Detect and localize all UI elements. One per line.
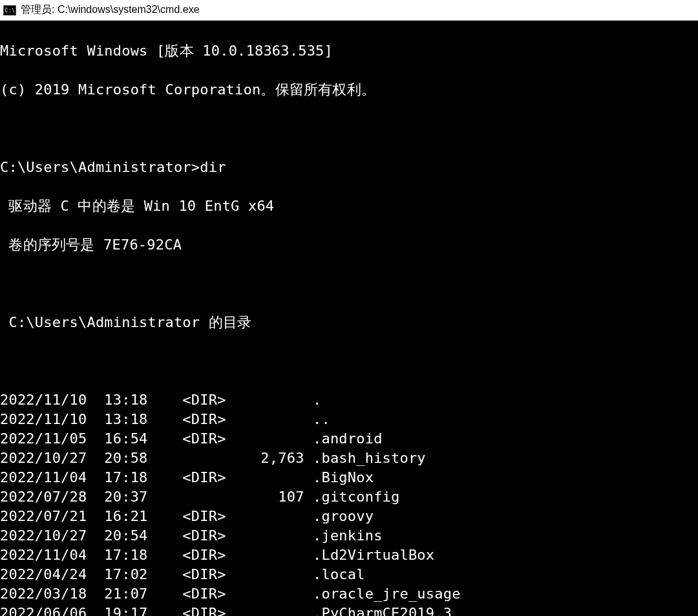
dir-entry: 2022/07/21 16:21 <DIR> .groovy	[0, 507, 698, 526]
window-title: 管理员: C:\windows\system32\cmd.exe	[21, 3, 200, 17]
dir-entry: 2022/10/27 20:54 <DIR> .jenkins	[0, 526, 698, 546]
blank-line	[0, 119, 698, 138]
dir-entry: 2022/10/27 20:58 2,763 .bash_history	[0, 449, 698, 468]
volume-line-1: 驱动器 C 中的卷是 Win 10 EntG x64	[0, 196, 698, 216]
header-line-2: (c) 2019 Microsoft Corporation。保留所有权利。	[0, 80, 698, 100]
volume-line-2: 卷的序列号是 7E76-92CA	[0, 235, 698, 255]
dir-of-line: C:\Users\Administrator 的目录	[0, 313, 698, 332]
dir-entry: 2022/11/10 13:18 <DIR> .	[0, 390, 698, 410]
prompt-command: dir	[200, 159, 226, 175]
blank-line	[0, 352, 698, 371]
dir-entry: 2022/04/24 17:02 <DIR> .local	[0, 565, 698, 584]
dir-entry: 2022/11/04 17:18 <DIR> .Ld2VirtualBox	[0, 546, 698, 565]
dir-entry: 2022/03/18 21:07 <DIR> .oracle_jre_usage	[0, 584, 698, 604]
dir-listing: 2022/11/10 13:18 <DIR> .2022/11/10 13:18…	[0, 390, 698, 616]
cmd-icon: C:\.	[3, 5, 17, 16]
terminal-output[interactable]: Microsoft Windows [版本 10.0.18363.535] (c…	[0, 21, 698, 616]
header-line-1: Microsoft Windows [版本 10.0.18363.535]	[0, 41, 698, 61]
blank-line	[0, 274, 698, 293]
dir-entry: 2022/11/10 13:18 <DIR> ..	[0, 410, 698, 429]
dir-entry: 2022/06/06 19:17 <DIR> .PyCharmCE2019.3	[0, 604, 698, 616]
prompt-line: C:\Users\Administrator>dir	[0, 158, 698, 177]
dir-entry: 2022/11/05 16:54 <DIR> .android	[0, 429, 698, 449]
title-bar[interactable]: C:\. 管理员: C:\windows\system32\cmd.exe	[0, 0, 698, 21]
prompt-path: C:\Users\Administrator>	[0, 159, 200, 175]
cmd-window: C:\. 管理员: C:\windows\system32\cmd.exe Mi…	[0, 0, 698, 616]
dir-entry: 2022/11/04 17:18 <DIR> .BigNox	[0, 468, 698, 487]
dir-entry: 2022/07/28 20:37 107 .gitconfig	[0, 487, 698, 507]
